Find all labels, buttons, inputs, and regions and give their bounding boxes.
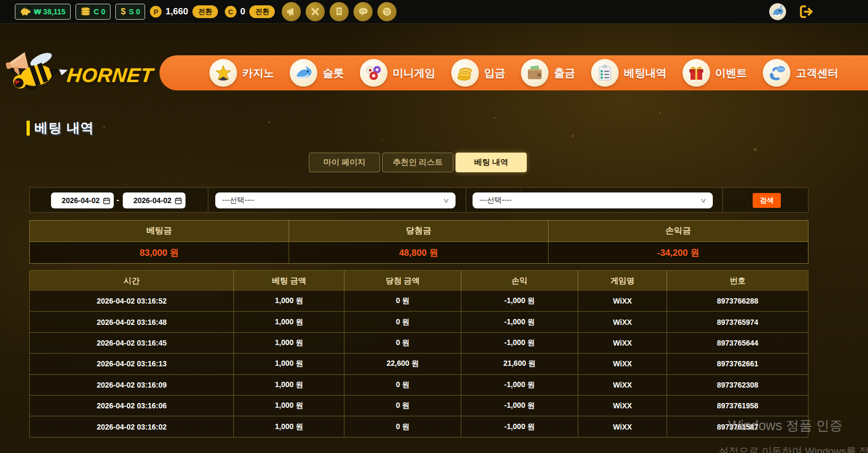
crossed-tools-button[interactable] [306,2,325,21]
table-header-bet-amount: 베팅 금액 [234,271,344,291]
nav-item-event[interactable]: 이벤트 [682,59,747,87]
nav-label: 카지노 [242,66,274,80]
date-from-field[interactable] [51,192,114,208]
summary-header-bet: 베팅금 [30,221,289,241]
table-row: 2026-04-02 03:16:091,000 원0 원-1,000 원WiX… [30,375,808,396]
table-cell: 1,000 원 [234,333,344,354]
date-to-input[interactable] [127,196,172,205]
game-select[interactable]: ---선택---- ∨ [215,192,456,208]
summary-value-profit: -34,200 원 [549,241,808,263]
table-cell: 0 원 [344,291,461,312]
betting-history-icon [591,59,619,87]
convert-game-coin-button[interactable]: 전환 [249,5,275,18]
search-button[interactable]: 검색 [753,193,781,208]
table-header-row: 시간 베팅 금액 당첨 금액 손익 게임명 번호 [30,271,808,291]
summary-header-profit: 손익금 [549,221,808,241]
table-row: 2026-04-02 03:16:061,000 원0 원-1,000 원WiX… [30,396,808,416]
nav-item-minigame[interactable]: 미니게임 [360,59,435,87]
table-cell: 8973761958 [667,396,808,416]
table-cell: 8973765974 [667,312,808,332]
game-coin-value: 0 [240,6,245,17]
convert-points-button[interactable]: 전환 [192,5,218,18]
balance-krw-label: ₩ 38,115 [34,7,65,16]
page-title-row: 베팅 내역 [27,119,94,137]
balance-coin: C 0 [75,4,111,20]
event-icon [682,59,710,87]
table-cell: 8973765644 [667,333,808,354]
withdraw-icon [521,59,549,87]
cookie-icon [382,7,392,16]
table-cell: WiXX [578,291,668,312]
table-cell: 2026-04-02 03:16:13 [30,354,234,374]
table-cell: WiXX [578,354,668,374]
divider [722,188,723,212]
main-nav: 카지노 슬롯 미니게임 입금 출금 [159,55,868,90]
table-cell: 0 원 [344,375,461,396]
page-title: 베팅 내역 [35,119,94,137]
summary-value-win: 48,800 원 [289,241,549,263]
table-cell: 22,600 원 [344,354,461,374]
nav-item-withdraw[interactable]: 출금 [521,59,575,87]
nav-label: 슬롯 [323,66,344,80]
brand-logo[interactable]: HORNET [4,52,153,99]
table-cell: 2026-04-02 03:16:06 [30,396,234,416]
notice-bar: 호넷카지노.com 평생주소 확인하세요!!! [0,23,868,53]
coins-icon [81,7,90,17]
minigame-icon [360,59,387,87]
summary-value-bet: 83,000 원 [30,241,289,263]
date-to-field[interactable] [123,192,186,208]
table-cell: 8973762308 [667,375,808,396]
tab-my-page[interactable]: 마이 페이지 [309,153,380,172]
nav-item-slots[interactable]: 슬롯 [290,59,344,87]
table-cell: 1,000 원 [234,291,344,312]
table-header-number: 번호 [667,271,808,291]
table-cell: WiXX [578,396,668,416]
brand-name: HORNET [66,64,155,87]
crossed-tools-icon [310,7,320,16]
nav-item-casino[interactable]: 카지노 [209,59,274,87]
summary-table: 베팅금 당첨금 손익금 83,000 원 48,800 원 -34,200 원 [29,220,808,264]
tab-referral-list[interactable]: 추천인 리스트 [382,153,453,172]
table-cell: 1,000 원 [234,396,344,416]
tab-betting-history[interactable]: 베팅 내역 [456,153,527,172]
betting-table: 시간 베팅 금액 당첨 금액 손익 게임명 번호 2026-04-02 03:1… [29,270,808,438]
chat-button[interactable] [353,2,373,21]
nav-item-support[interactable]: 고객센터 [763,59,838,87]
logout-button[interactable] [798,5,815,21]
balance-coin-label: C 0 [94,7,105,16]
points-value: 1,660 [165,6,188,17]
divider [208,188,208,212]
slots-icon [290,59,317,87]
date-range-separator: - [116,195,119,205]
summary-value-row: 83,000 원 48,800 원 -34,200 원 [30,241,808,263]
table-row: 2026-04-02 03:16:131,000 원22,600 원21,600… [30,354,808,374]
type-select[interactable]: ---선택---- ∨ [473,192,713,208]
deposit-icon [451,59,479,87]
nav-item-betting-history[interactable]: 베팅내역 [591,59,667,87]
megaphone-button[interactable] [282,2,301,21]
table-cell: -1,000 원 [461,396,578,416]
table-cell: 2026-04-02 03:16:45 [30,333,234,354]
nav-label: 입금 [484,66,505,80]
table-cell: 0 원 [344,333,461,354]
table-header-time: 시간 [30,271,234,291]
date-from-input[interactable] [55,196,100,205]
nav-label: 이벤트 [715,66,747,80]
nav-label: 고객센터 [796,66,838,80]
page: ₩ 38,115 C 0 $ S 0 P 1,660 전환 C 0 전환 [0,0,868,453]
nav-item-deposit[interactable]: 입금 [451,59,505,87]
logout-icon [798,5,815,19]
divider [466,188,466,212]
receipt-button[interactable] [330,2,349,21]
table-cell: 2026-04-02 03:16:02 [30,416,234,437]
table-cell: -1,000 원 [461,375,578,396]
table-row: 2026-04-02 03:16:481,000 원0 원-1,000 원WiX… [30,312,808,332]
calendar-icon [175,197,182,204]
table-header-game: 게임명 [578,271,668,291]
cookie-button[interactable] [377,2,397,21]
points-badge: P [150,6,162,18]
table-cell: 8973762661 [667,354,808,374]
piggy-bank-icon [20,7,31,17]
table-cell: 2026-04-02 03:16:52 [30,291,234,312]
avatar[interactable] [769,3,786,20]
